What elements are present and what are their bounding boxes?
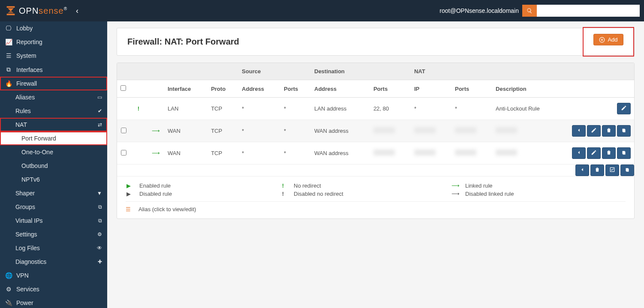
- sidebar-item-interfaces[interactable]: ⧉Interfaces: [0, 63, 107, 77]
- sitemap-icon: ⧉: [5, 66, 12, 73]
- logo-icon: [4, 4, 17, 17]
- col-group-destination: Destination: [311, 63, 411, 80]
- sidebar-item-vpn[interactable]: 🌐VPN: [0, 269, 107, 282]
- monitor-icon: 🖵: [5, 25, 12, 32]
- trash-button[interactable]: [602, 147, 616, 159]
- fire-icon: 🔥: [5, 80, 12, 87]
- edit-icon: [591, 150, 597, 157]
- col-proto: Proto: [208, 80, 238, 98]
- sidebar-item-nptv6[interactable]: NPTv6: [0, 173, 107, 186]
- edit-button[interactable]: [587, 147, 601, 159]
- cell-dest-ports: 22, 80: [370, 98, 411, 120]
- copy-icon: [621, 150, 627, 157]
- sidebar-item-outbound[interactable]: Outbound: [0, 159, 107, 173]
- sidebar-item-power[interactable]: 🔌Power: [0, 296, 107, 308]
- select-all-checkbox[interactable]: [120, 85, 126, 91]
- trash-button[interactable]: [602, 125, 616, 137]
- cell-dest-addr: WAN address: [311, 120, 370, 142]
- cell-description: [492, 142, 566, 164]
- col-group-source: Source: [238, 63, 311, 80]
- sidebar-item-settings[interactable]: Settings⚙: [0, 227, 107, 241]
- link-icon: ⟶: [152, 150, 160, 156]
- sidebar-item-log-files[interactable]: Log Files👁: [0, 241, 107, 255]
- sidebar-item-lobby[interactable]: 🖵Lobby: [0, 21, 107, 35]
- link-icon: ⟶: [152, 128, 160, 134]
- cell-nat-ip: [411, 142, 451, 164]
- cell-src-ports: *: [280, 120, 311, 142]
- table-row[interactable]: ! LAN TCP * * LAN address 22, 80 * * Ant…: [117, 98, 634, 120]
- sidebar-item-aliases[interactable]: Aliases▭: [0, 90, 107, 104]
- cell-dest-addr: WAN address: [311, 142, 370, 164]
- col-description: Description: [492, 80, 566, 98]
- sidebar-item-groups[interactable]: Groups⧉: [0, 200, 107, 214]
- cell-nat-ports: [451, 120, 492, 142]
- add-highlight-box: Add: [583, 27, 634, 57]
- check-icon: ✔: [98, 108, 102, 114]
- user-label[interactable]: root@OPNsense.localdomain: [439, 7, 519, 14]
- sidebar-item-nat[interactable]: NAT⇄: [0, 118, 107, 132]
- gears-icon: ⚙: [97, 231, 102, 237]
- add-button[interactable]: Add: [593, 34, 623, 45]
- col-interface: Interface: [164, 80, 208, 98]
- trash-button[interactable]: [590, 164, 604, 176]
- copy-button[interactable]: [620, 164, 634, 176]
- sidebar: 🖵Lobby 📈Reporting ☰System ⧉Interfaces 🔥F…: [0, 21, 107, 308]
- bars-icon: ☰: [5, 52, 12, 59]
- cell-dest-addr: LAN address: [311, 98, 370, 120]
- search-input[interactable]: [537, 5, 640, 17]
- check-button[interactable]: [605, 164, 619, 176]
- exclaim-icon: !: [280, 182, 286, 189]
- col-src-ports: Ports: [280, 80, 311, 98]
- svg-rect-0: [7, 6, 15, 8]
- medkit-icon: ✚: [98, 259, 102, 265]
- sidebar-toggle-icon[interactable]: ‹: [76, 6, 78, 15]
- exclaim-icon: !: [138, 105, 139, 112]
- globe-icon: 🌐: [5, 272, 12, 279]
- search-button[interactable]: [522, 5, 537, 17]
- sidebar-item-rules[interactable]: Rules✔: [0, 104, 107, 118]
- cell-nat-ip: *: [411, 98, 451, 120]
- sidebar-item-firewall[interactable]: 🔥Firewall: [0, 77, 107, 90]
- exclaim-dark-icon: !: [280, 191, 286, 197]
- svg-rect-1: [7, 14, 15, 15]
- cell-src-addr: *: [238, 98, 280, 120]
- copy-icon: ⧉: [98, 218, 102, 224]
- page-title: Firewall: NAT: Port Forward: [127, 37, 239, 47]
- cell-src-addr: *: [238, 142, 280, 164]
- sidebar-item-port-forward[interactable]: Port Forward: [0, 132, 107, 145]
- sidebar-item-services[interactable]: ⚙Services: [0, 282, 107, 296]
- play-dark-icon: ▶: [126, 191, 132, 197]
- cell-description: Anti-Lockout Rule: [492, 98, 566, 120]
- copy-icon: [624, 167, 630, 174]
- sidebar-item-reporting[interactable]: 📈Reporting: [0, 35, 107, 49]
- sidebar-item-one-to-one[interactable]: One-to-One: [0, 145, 107, 159]
- table-row[interactable]: ⟶ WAN TCP * * WAN address: [117, 120, 634, 142]
- cell-proto: TCP: [208, 98, 238, 120]
- col-dest-addr: Address: [311, 80, 370, 98]
- sidebar-item-diagnostics[interactable]: Diagnostics✚: [0, 255, 107, 269]
- logo[interactable]: OPNsense®: [4, 4, 67, 17]
- edit-icon: [591, 127, 597, 135]
- list-icon: ☰: [126, 206, 131, 212]
- edit-button[interactable]: [617, 103, 631, 114]
- table-row[interactable]: ⟶ WAN TCP * * WAN address: [117, 142, 634, 164]
- left-button[interactable]: [572, 147, 586, 159]
- sidebar-item-shaper[interactable]: Shaper▼: [0, 186, 107, 200]
- rules-table: Source Destination NAT Interface Proto A…: [117, 63, 634, 176]
- col-src-addr: Address: [238, 80, 280, 98]
- sidebar-item-virtual-ips[interactable]: Virtual IPs⧉: [0, 214, 107, 227]
- trash-icon: [594, 167, 600, 174]
- col-dest-ports: Ports: [370, 80, 411, 98]
- row-checkbox[interactable]: [121, 128, 126, 133]
- left-icon: [576, 127, 582, 135]
- copy-button[interactable]: [617, 125, 631, 137]
- edit-button[interactable]: [587, 125, 601, 137]
- cell-src-ports: *: [280, 142, 311, 164]
- row-checkbox[interactable]: [121, 150, 126, 155]
- copy-icon: [621, 127, 627, 135]
- copy-button[interactable]: [617, 147, 631, 159]
- left-button[interactable]: [572, 125, 586, 137]
- search-icon: [527, 8, 533, 14]
- sidebar-item-system[interactable]: ☰System: [0, 49, 107, 63]
- left-button[interactable]: [575, 164, 589, 176]
